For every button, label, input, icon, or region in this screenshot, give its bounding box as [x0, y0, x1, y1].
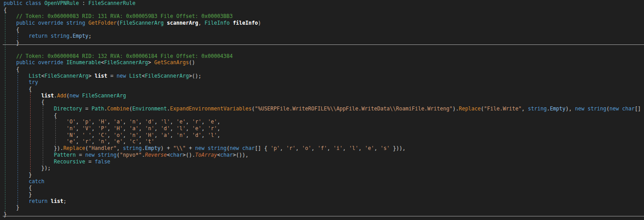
code-token: char — [220, 152, 233, 158]
code-token: { — [16, 26, 19, 33]
code-token: } — [4, 211, 7, 217]
code-token: , — [76, 138, 82, 145]
code-token: 'l' — [349, 145, 358, 151]
code-token: 'e' — [192, 125, 201, 132]
code-token: list — [51, 198, 63, 204]
code-line: { — [4, 185, 644, 191]
code-token: FileScannerArg — [45, 73, 89, 79]
code-token: 'n' — [129, 119, 139, 125]
code-token: = — [85, 158, 94, 165]
code-token: , — [343, 145, 349, 151]
code-line: public class OpenVPNRule : FileScannerRu… — [4, 0, 644, 7]
code-line — [4, 46, 644, 53]
code-token: 'H' — [98, 119, 107, 125]
code-token: , — [201, 125, 208, 132]
code-token: { — [4, 7, 7, 13]
code-token: 'H' — [113, 125, 123, 132]
code-token: 'O' — [67, 119, 76, 125]
code-token: 'e' — [176, 119, 186, 125]
code-token: "npvo*" — [120, 152, 142, 158]
code-token: , — [186, 132, 192, 138]
code-token: < — [41, 73, 45, 79]
code-token: , — [201, 132, 208, 138]
code-line: list.Add(new FileScannerArg — [4, 92, 644, 99]
code-token: Pattern — [54, 152, 76, 158]
code-token: 'o' — [302, 145, 311, 151]
code-token: 'a' — [113, 119, 123, 125]
code-token: return — [29, 33, 51, 39]
code-token: FileScannerArg — [120, 20, 164, 26]
code-token: 'n' — [145, 125, 154, 132]
code-token: new — [116, 73, 129, 79]
code-token: [] — [635, 106, 641, 112]
code-token: 'i' — [333, 145, 343, 151]
code-token: ; — [88, 33, 91, 39]
code-token: Reverse — [145, 152, 167, 158]
code-token: FileScannerArg — [145, 73, 189, 79]
code-token: , — [76, 119, 82, 125]
code-token: , — [217, 119, 220, 125]
code-token: ( — [227, 145, 230, 151]
code-token: , — [116, 145, 123, 151]
code-token: 't' — [145, 138, 154, 145]
code-token: 'l' — [161, 119, 170, 125]
code-token: "%USERPFile.WriteROFILE%\\AppFile.WriteD… — [255, 106, 452, 112]
code-token: string — [67, 20, 89, 26]
code-token: >()), — [233, 152, 249, 158]
code-token: // Token: 0x06000083 RID: 131 RVA: 0x000… — [16, 13, 233, 19]
code-token: catch — [29, 178, 45, 185]
code-token: ), — [566, 106, 575, 112]
code-token: FileScannerRule — [89, 0, 136, 6]
code-token: } — [16, 40, 19, 46]
code-token — [230, 20, 233, 26]
code-token: GetScanArgs — [154, 59, 189, 66]
code-token: 'n' — [67, 125, 76, 132]
code-token: new — [609, 106, 622, 112]
code-token: , — [91, 138, 98, 145]
code-token: } — [16, 204, 19, 211]
code-token: 'p' — [270, 145, 280, 151]
code-area[interactable]: public class OpenVPNRule : FileScannerRu… — [0, 0, 644, 220]
code-token: "File.Write" — [484, 106, 522, 112]
code-token: string — [98, 152, 116, 158]
code-line: } — [4, 191, 644, 198]
code-line: return string.Empty; — [4, 33, 644, 40]
code-token: , — [91, 125, 98, 132]
code-token: 'e' — [113, 138, 123, 145]
code-token: 'a' — [161, 132, 170, 138]
code-token: new — [195, 145, 208, 151]
code-token: , — [374, 145, 380, 151]
code-token: + — [186, 145, 195, 151]
code-token: 'C' — [98, 132, 107, 138]
code-line: public override IEnumerable<FileScannerA… — [4, 59, 644, 66]
code-token: ( — [67, 92, 70, 99]
code-token: >(). — [183, 152, 195, 158]
code-token: "\\" — [173, 145, 186, 151]
code-token: , — [154, 132, 161, 138]
code-token: 'r' — [192, 119, 201, 125]
code-token: 'V' — [82, 125, 92, 132]
code-token: , — [327, 145, 333, 151]
code-token: . — [70, 33, 73, 39]
code-token: >(); — [189, 73, 201, 79]
code-token: Replace — [459, 106, 481, 112]
code-token: 'o' — [113, 132, 123, 138]
code-token: , — [76, 125, 82, 132]
code-token: 'e' — [365, 145, 374, 151]
code-token: 'l' — [176, 125, 186, 132]
code-token: public — [16, 20, 38, 26]
code-token: 'r' — [208, 125, 217, 132]
code-token: , — [76, 132, 82, 138]
code-token: 'n' — [98, 138, 107, 145]
code-token: }). — [54, 145, 63, 151]
code-token: , — [107, 119, 113, 125]
code-token: , — [311, 145, 318, 151]
code-token: , — [217, 132, 220, 138]
code-token: public — [16, 59, 38, 66]
code-line: }).Replace("Handler", string.Empty) + "\… — [4, 145, 644, 152]
code-token: , — [217, 125, 220, 132]
code-token: string — [123, 145, 142, 151]
code-token: 'r' — [82, 138, 92, 145]
code-token: list — [94, 73, 107, 79]
code-token: 'n' — [176, 132, 186, 138]
